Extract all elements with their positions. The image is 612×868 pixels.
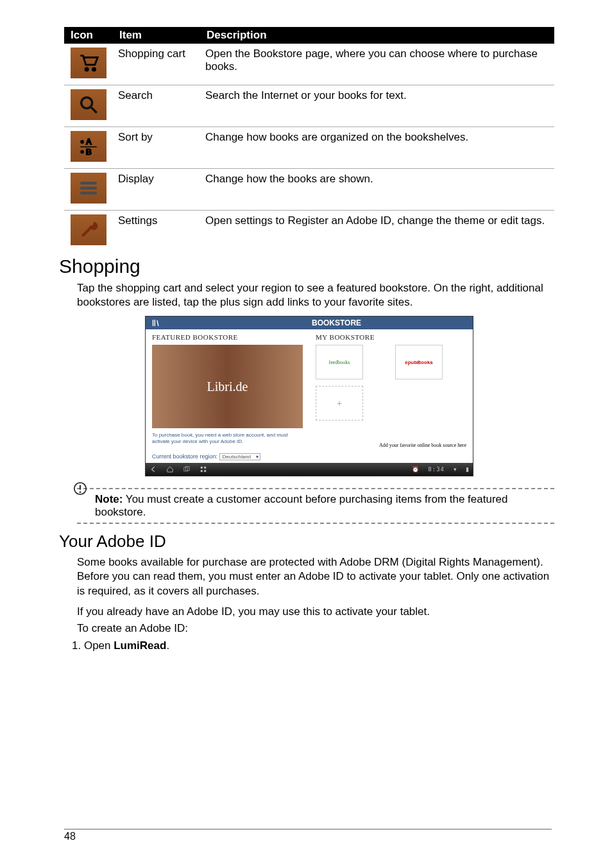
add-source-text: Add your favorite online book source her… <box>316 442 466 448</box>
svg-text:A: A <box>86 137 92 146</box>
note-icon <box>73 482 87 499</box>
svg-rect-18 <box>204 467 206 469</box>
bookstore-screenshot: BOOKSTORE FEATURED BOOKSTORE Libri.de To… <box>145 316 473 476</box>
icon-description-table: Icon Item Description Shopping cart Open… <box>64 27 554 252</box>
col-icon: Icon <box>64 27 113 44</box>
books-icon <box>151 318 160 327</box>
svg-point-1 <box>92 68 95 71</box>
screenshot-title: BOOKSTORE <box>312 318 473 327</box>
alarm-icon: ⏰ <box>412 466 419 473</box>
svg-point-7 <box>81 150 83 153</box>
home-icon[interactable] <box>166 465 174 473</box>
svg-rect-11 <box>80 192 97 195</box>
item-desc: Search the Internet or your books for te… <box>200 85 554 127</box>
para-adobe2: If you already have an Adobe ID, you may… <box>77 605 554 619</box>
item-label: Display <box>113 169 200 211</box>
heading-adobe-id: Your Adobe ID <box>59 532 554 551</box>
item-desc: Change how the books are shown. <box>200 169 554 211</box>
cart-icon <box>71 48 106 78</box>
clock-time: 8:34 <box>428 466 445 473</box>
item-desc: Change how books are organized on the bo… <box>200 127 554 169</box>
region-label: Current bookstore region: <box>152 453 217 460</box>
item-desc: Open the Bookstore page, where you can c… <box>200 44 554 85</box>
svg-rect-20 <box>204 471 206 473</box>
col-item: Item <box>113 27 200 44</box>
item-label: Shopping cart <box>113 44 200 85</box>
item-desc: Open settings to Register an Adobe ID, c… <box>200 211 554 252</box>
step-1: 1. Open LumiRead. <box>72 639 554 652</box>
my-bookstore-label: MY BOOKSTORE <box>316 333 466 341</box>
svg-rect-9 <box>80 182 97 184</box>
para-adobe1: Some books available for purchase are pr… <box>77 555 554 598</box>
note-block: Note: You must create a customer account… <box>77 488 554 524</box>
para-adobe3: To create an Adobe ID: <box>77 621 554 636</box>
settings-icon <box>71 214 106 245</box>
item-label: Sort by <box>113 127 200 169</box>
tile-add[interactable]: + <box>316 386 363 421</box>
back-icon[interactable] <box>149 465 157 473</box>
svg-point-4 <box>81 141 83 143</box>
region-dropdown[interactable]: Deutschland <box>219 453 260 460</box>
svg-rect-17 <box>201 467 203 469</box>
svg-point-23 <box>80 492 81 494</box>
tile-feedbooks[interactable]: feedbooks <box>316 345 363 379</box>
libri-tile[interactable]: Libri.de <box>152 345 303 428</box>
ss-purchase-note: To purchase book, you need a web store a… <box>152 432 303 444</box>
para-shopping: Tap the shopping cart and select your re… <box>77 281 554 309</box>
svg-text:B: B <box>86 147 92 157</box>
plus-icon: + <box>337 398 342 408</box>
note-label: Note: <box>95 493 123 505</box>
item-label: Search <box>113 85 200 127</box>
col-description: Description <box>200 27 554 44</box>
wifi-icon: ▾ <box>454 466 457 473</box>
item-label: Settings <box>113 211 200 252</box>
svg-rect-19 <box>201 471 203 473</box>
svg-line-14 <box>157 320 158 326</box>
sort-icon: AB <box>71 131 106 162</box>
heading-shopping: Shopping <box>59 256 554 277</box>
page-number: 48 <box>64 829 552 842</box>
featured-bookstore-label: FEATURED BOOKSTORE <box>152 333 303 341</box>
display-icon <box>71 173 106 204</box>
svg-point-0 <box>85 68 88 71</box>
svg-point-2 <box>81 98 92 108</box>
android-navbar: ⏰ 8:34 ▾ ▮ <box>146 463 473 476</box>
tile-epubbooks[interactable]: epubBooks <box>395 345 443 379</box>
note-text: You must create a customer account befor… <box>95 493 508 518</box>
apps-icon[interactable] <box>200 465 207 473</box>
svg-rect-10 <box>80 187 97 189</box>
search-icon <box>71 89 106 120</box>
svg-line-3 <box>91 107 97 113</box>
battery-icon: ▮ <box>466 466 469 473</box>
recent-icon[interactable] <box>183 465 191 473</box>
